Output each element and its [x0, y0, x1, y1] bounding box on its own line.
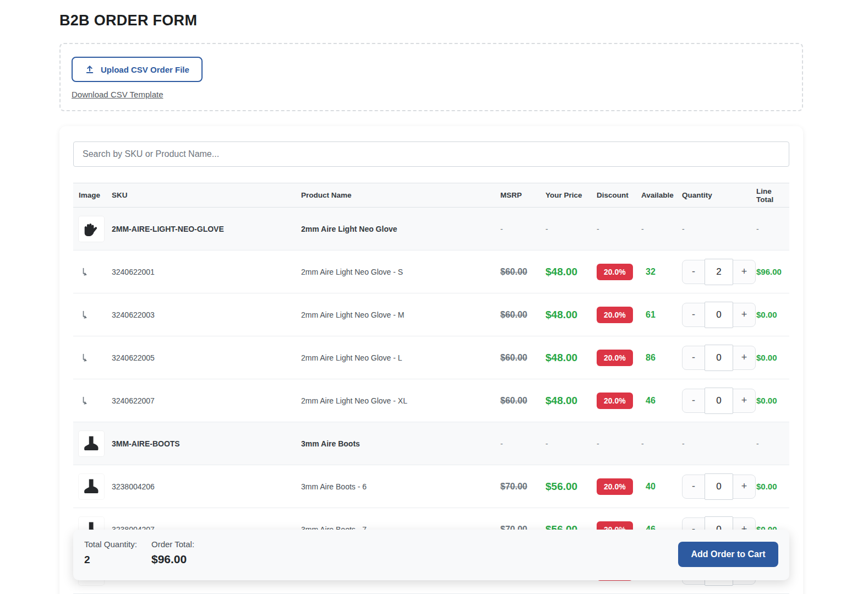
- sku-cell: 2MM-AIRE-LIGHT-NEO-GLOVE: [106, 225, 296, 233]
- available-count: 40: [641, 482, 656, 491]
- variant-arrow-icon: [79, 310, 106, 319]
- msrp-value: $70.00: [500, 482, 527, 491]
- sku-cell: 3240622005: [106, 353, 296, 362]
- order-total-value: $96.00: [151, 553, 187, 566]
- quantity-stepper: - +: [682, 389, 756, 413]
- your-price-value: -: [545, 225, 548, 233]
- column-header-msrp: MSRP: [495, 191, 540, 199]
- your-price-value: $48.00: [545, 395, 577, 406]
- msrp-value: -: [500, 225, 503, 233]
- quantity-placeholder: -: [682, 439, 685, 448]
- quantity-stepper: - +: [682, 346, 756, 370]
- order-form-card: Image SKU Product Name MSRP Your Price D…: [59, 126, 803, 594]
- sku-cell: 3240622003: [106, 310, 296, 319]
- discount-badge: 20.0%: [597, 350, 633, 366]
- discount-badge: 20.0%: [597, 393, 633, 409]
- msrp-value: $60.00: [500, 310, 527, 319]
- msrp-value: $60.00: [500, 267, 527, 276]
- product-image-boot: [79, 474, 104, 499]
- product-name-cell: 3mm Aire Boots: [296, 439, 495, 448]
- upload-csv-button[interactable]: Upload CSV Order File: [72, 57, 203, 82]
- line-total-value: -: [756, 439, 759, 448]
- quantity-stepper: - +: [682, 303, 756, 327]
- discount-badge: 20.0%: [597, 264, 633, 280]
- quantity-stepper: - +: [682, 260, 756, 284]
- line-total-value: -: [756, 225, 759, 233]
- download-csv-template-link[interactable]: Download CSV Template: [72, 90, 163, 99]
- product-name-cell: 2mm Aire Light Neo Glove - M: [296, 310, 495, 319]
- msrp-value: $60.00: [500, 353, 527, 362]
- table-row: 3240622007 2mm Aire Light Neo Glove - XL…: [73, 379, 789, 422]
- discount-badge: 20.0%: [597, 478, 633, 495]
- table-row: 3238004206 3mm Aire Boots - 6 $70.00 $56…: [73, 465, 789, 508]
- order-total-label: Order Total:: [151, 539, 194, 549]
- table-row: 3240622005 2mm Aire Light Neo Glove - L …: [73, 336, 789, 379]
- msrp-value: $60.00: [500, 396, 527, 405]
- product-name-cell: 2mm Aire Light Neo Glove: [296, 225, 495, 233]
- column-header-sku: SKU: [106, 191, 296, 199]
- column-header-line-total: Line Total: [751, 187, 789, 204]
- sku-cell: 3MM-AIRE-BOOTS: [106, 439, 296, 448]
- your-price-value: $56.00: [545, 481, 577, 492]
- order-summary-bar: Total Quantity: 2 Order Total: $96.00 Ad…: [73, 530, 789, 580]
- upload-icon: [85, 64, 95, 74]
- column-header-available: Available: [636, 191, 676, 199]
- quantity-decrease-button[interactable]: -: [683, 389, 705, 412]
- table-row: 2MM-AIRE-LIGHT-NEO-GLOVE 2mm Aire Light …: [73, 208, 789, 250]
- page-title: B2B ORDER FORM: [59, 12, 197, 29]
- available-count: 46: [641, 396, 656, 405]
- product-image-boot: [79, 431, 104, 456]
- line-total-value: $0.00: [756, 353, 777, 362]
- quantity-placeholder: -: [682, 225, 685, 233]
- table-row: 3240622001 2mm Aire Light Neo Glove - S …: [73, 250, 789, 293]
- search-input[interactable]: [73, 141, 789, 167]
- quantity-stepper: - +: [682, 475, 756, 499]
- product-name-cell: 2mm Aire Light Neo Glove - XL: [296, 396, 495, 405]
- discount-badge: -: [597, 439, 599, 448]
- column-header-your-price: Your Price: [540, 191, 591, 199]
- table-row: 3MM-AIRE-BOOTS 3mm Aire Boots - - - - - …: [73, 422, 789, 465]
- variant-arrow-icon: [79, 353, 106, 362]
- column-header-image: Image: [73, 191, 106, 199]
- quantity-input[interactable]: [705, 302, 733, 328]
- discount-badge: -: [597, 225, 599, 233]
- msrp-value: -: [500, 439, 503, 448]
- quantity-decrease-button[interactable]: -: [683, 303, 705, 326]
- line-total-value: $0.00: [756, 482, 777, 491]
- csv-upload-panel: Upload CSV Order File Download CSV Templ…: [59, 43, 803, 111]
- variant-arrow-icon: [79, 268, 106, 276]
- quantity-input[interactable]: [705, 388, 733, 414]
- discount-badge: 20.0%: [597, 307, 633, 323]
- sku-cell: 3240622001: [106, 268, 296, 276]
- column-header-discount: Discount: [591, 191, 636, 199]
- product-image-glove: [79, 216, 104, 242]
- available-count: -: [641, 439, 644, 448]
- quantity-input[interactable]: [705, 473, 733, 500]
- line-total-value: $96.00: [756, 267, 782, 276]
- available-count: -: [641, 225, 644, 233]
- available-count: 61: [641, 310, 656, 319]
- column-header-quantity: Quantity: [676, 191, 751, 199]
- add-order-to-cart-button[interactable]: Add Order to Cart: [678, 542, 778, 567]
- product-name-cell: 3mm Aire Boots - 6: [296, 482, 495, 491]
- sku-cell: 3238004206: [106, 482, 296, 491]
- quantity-decrease-button[interactable]: -: [683, 346, 705, 369]
- quantity-decrease-button[interactable]: -: [683, 260, 705, 284]
- product-name-cell: 2mm Aire Light Neo Glove - S: [296, 268, 495, 276]
- your-price-value: $48.00: [545, 352, 577, 363]
- product-name-cell: 2mm Aire Light Neo Glove - L: [296, 353, 495, 362]
- quantity-decrease-button[interactable]: -: [683, 475, 705, 498]
- table-row: 3240622003 2mm Aire Light Neo Glove - M …: [73, 293, 789, 336]
- sku-cell: 3240622007: [106, 396, 296, 405]
- line-total-value: $0.00: [756, 396, 777, 405]
- line-total-value: $0.00: [756, 310, 777, 319]
- total-quantity-label: Total Quantity:: [84, 539, 137, 549]
- available-count: 86: [641, 353, 656, 362]
- quantity-input[interactable]: [705, 345, 733, 371]
- available-count: 32: [641, 267, 656, 276]
- column-header-product: Product Name: [296, 191, 495, 199]
- table-header-row: Image SKU Product Name MSRP Your Price D…: [73, 183, 789, 208]
- your-price-value: $48.00: [545, 266, 577, 277]
- quantity-input[interactable]: [705, 259, 733, 285]
- your-price-value: $48.00: [545, 309, 577, 320]
